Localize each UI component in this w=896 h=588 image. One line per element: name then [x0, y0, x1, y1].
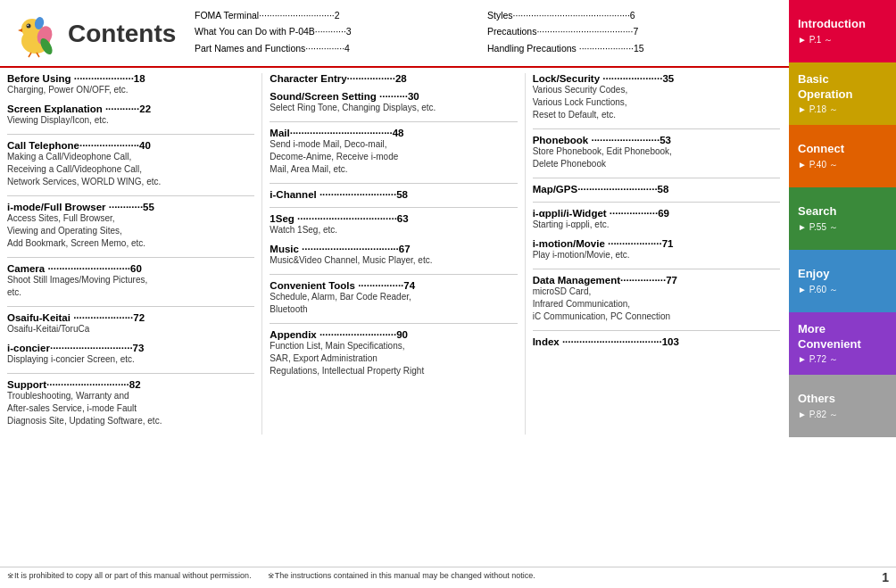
section-before-desc: Charging, Power ON/OFF, etc.	[7, 84, 254, 96]
sidebar-item-search[interactable]: Search ► P.55 ～	[789, 187, 896, 250]
contents-title: Contents	[68, 20, 176, 48]
header-col1: FOMA Terminal···························…	[195, 7, 487, 56]
section-screen-exp: Screen Explanation ············22 Viewin…	[7, 104, 254, 127]
section-imode-desc: Access Sites, Full Browser,Viewing and O…	[7, 212, 254, 250]
main-content: Before Using ·····················18 Cha…	[0, 68, 896, 461]
section-before-using: Before Using ·····················18 Cha…	[7, 73, 254, 96]
section-mail-desc: Send i-mode Mail, Deco-mail,Decome-Anime…	[270, 138, 517, 176]
section-phonebook-title: Phonebook ························53	[533, 135, 780, 145]
section-ichannel: i-Channel ···························58	[270, 189, 517, 200]
sidebar-item-intro[interactable]: Introduction ► P.1 ～	[789, 0, 896, 62]
section-index-title: Index ··································…	[533, 336, 780, 347]
section-ichannel-title: i-Channel ···························58	[270, 189, 517, 200]
sidebar-item-others[interactable]: Others ► P.82 ～	[789, 375, 896, 437]
section-phonebook: Phonebook ························53 Sto…	[533, 135, 780, 170]
section-lock-desc: Various Security Codes,Various Lock Func…	[533, 84, 780, 121]
sidebar-item-connect[interactable]: Connect ► P.40 ～	[789, 125, 896, 187]
section-osaifu-desc: Osaifu-Keitai/ToruCa	[7, 323, 254, 335]
section-screen-title: Screen Explanation ············22	[7, 104, 254, 114]
section-appendix-title: Appendix ···························90	[270, 329, 517, 340]
header-col2: Styles··································…	[487, 7, 780, 56]
svg-line-7	[29, 53, 31, 57]
section-iappli-title: i-αppli/i-Widget ·················69	[533, 208, 780, 219]
section-imotion-desc: Play i-motion/Movie, etc.	[533, 249, 780, 261]
sidebar-enjoy-subtitle: ► P.60 ～	[798, 284, 887, 295]
divider4	[7, 306, 254, 307]
sidebar-connect-label: Connect	[798, 142, 887, 157]
section-iconcier-title: i-concier·····························73	[7, 343, 254, 353]
section-before-title: Before Using ·····················18	[7, 73, 254, 84]
section-call-title: Call Telephone·····················40	[7, 140, 254, 151]
section-1seg-desc: Watch 1Seg, etc.	[270, 224, 517, 236]
sidebar-more-subtitle: ► P.72 ～	[798, 353, 887, 365]
section-appendix-desc: Function List, Main Specifications,SAR, …	[270, 340, 517, 377]
sidebar-search-label: Search	[798, 204, 887, 219]
section-music-desc: Music&Video Channel, Music Player, etc.	[270, 254, 517, 267]
col3: Lock/Security ·····················35 Va…	[526, 73, 780, 435]
col1: Before Using ·····················18 Cha…	[7, 73, 262, 435]
header-link-handling[interactable]: Handling Precautions ···················…	[487, 40, 780, 56]
sidebar-others-label: Others	[798, 392, 887, 407]
sidebar-basic-label: BasicOperation	[798, 72, 887, 103]
divider15	[533, 330, 780, 331]
section-osaifu: Osaifu-Keitai ·····················72 Os…	[7, 312, 254, 335]
section-datamgmt: Data Management················77 microS…	[533, 275, 780, 323]
svg-marker-2	[18, 29, 22, 32]
section-mapgps: Map/GPS····························58	[533, 184, 780, 195]
section-datamgmt-title: Data Management················77	[533, 275, 780, 286]
section-iappli: i-αppli/i-Widget ·················69 Sta…	[533, 208, 780, 231]
section-imotion: i-motion/Movie ···················71 Pla…	[533, 238, 780, 261]
page: Introduction ► P.1 ～ BasicOperation ► P.…	[0, 0, 896, 588]
section-datamgmt-desc: microSD Card,Infrared Communication,iC C…	[533, 286, 780, 323]
col2: Character Entry·················28 Sound…	[262, 73, 525, 435]
sidebar-connect-subtitle: ► P.40 ～	[798, 159, 887, 170]
section-support: Support·····························82 T…	[7, 379, 254, 427]
header-nav: FOMA Terminal···························…	[195, 7, 780, 56]
header-link-precautions[interactable]: Precautions·····························…	[487, 23, 780, 39]
sidebar-item-enjoy[interactable]: Enjoy ► P.60 ～	[789, 250, 896, 312]
section-mail: Mail····································…	[270, 128, 517, 176]
page-number: 1	[882, 570, 889, 584]
divider9	[270, 274, 517, 275]
divider5	[7, 373, 254, 374]
section-locksecurity: Lock/Security ·····················35 Va…	[533, 73, 780, 121]
section-iconcier-desc: Displaying i-concier Screen, etc.	[7, 353, 254, 366]
sidebar-more-label: MoreConvenient	[798, 322, 887, 352]
section-support-desc: Troubleshooting, Warranty andAfter-sales…	[7, 390, 254, 427]
divider11	[533, 128, 780, 129]
divider12	[533, 178, 780, 178]
section-music: Music ··································…	[270, 244, 517, 267]
divider6	[270, 121, 517, 122]
section-mail-title: Mail····································…	[270, 128, 517, 138]
divider13	[533, 202, 780, 203]
divider7	[270, 183, 517, 184]
sidebar: Introduction ► P.1 ～ BasicOperation ► P.…	[789, 0, 896, 437]
section-imode-title: i-mode/Full Browser ············55	[7, 202, 254, 212]
header: Contents FOMA Terminal··················…	[0, 0, 896, 68]
header-link-p04b[interactable]: What You can Do with P-04B············3	[195, 23, 487, 39]
divider10	[270, 323, 517, 324]
section-mapgps-title: Map/GPS····························58	[533, 184, 780, 195]
sidebar-enjoy-label: Enjoy	[798, 267, 887, 282]
section-screen-desc: Viewing Display/Icon, etc.	[7, 114, 254, 127]
section-sound: Sound/Screen Setting ··········30 Select…	[270, 91, 517, 114]
section-imotion-title: i-motion/Movie ···················71	[533, 238, 780, 249]
section-char-entry: Character Entry·················28	[270, 73, 517, 84]
sidebar-item-more[interactable]: MoreConvenient ► P.72 ～	[789, 312, 896, 375]
divider8	[270, 207, 517, 208]
header-link-partnames[interactable]: Part Names and Functions···············4	[195, 40, 487, 56]
sidebar-basic-subtitle: ► P.18 ～	[798, 104, 887, 115]
bird-icon	[7, 7, 61, 61]
section-conv-title: Convenient Tools ················74	[270, 280, 517, 291]
header-link-foma[interactable]: FOMA Terminal···························…	[195, 7, 487, 23]
divider14	[533, 269, 780, 269]
section-conv-tools: Convenient Tools ················74 Sche…	[270, 280, 517, 316]
section-conv-desc: Schedule, Alarm, Bar Code Reader,Bluetoo…	[270, 291, 517, 316]
section-support-title: Support·····························82	[7, 379, 254, 390]
section-call: Call Telephone·····················40 Ma…	[7, 140, 254, 188]
logo-area: Contents	[7, 7, 195, 61]
section-music-title: Music ··································…	[270, 244, 517, 254]
sidebar-item-basic[interactable]: BasicOperation ► P.18 ～	[789, 62, 896, 125]
header-link-styles[interactable]: Styles··································…	[487, 7, 780, 23]
section-iappli-desc: Starting i-αppli, etc.	[533, 219, 780, 231]
